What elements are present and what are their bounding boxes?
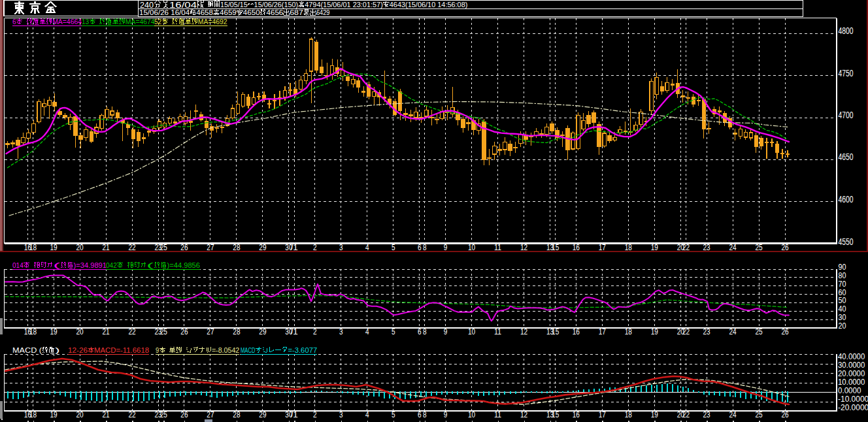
- svg-text:4750: 4750: [839, 68, 854, 78]
- svg-text:15/05/15: 15/05/15: [220, 1, 248, 8]
- svg-text:24: 24: [729, 410, 737, 419]
- svg-text:20: 20: [76, 327, 84, 336]
- svg-text:15: 15: [552, 327, 559, 336]
- svg-text:4650: 4650: [839, 152, 854, 162]
- svg-text:25: 25: [756, 410, 763, 419]
- svg-text:18: 18: [29, 243, 37, 252]
- svg-text:20: 20: [839, 321, 846, 331]
- svg-text:20: 20: [76, 410, 84, 419]
- svg-text:21: 21: [103, 243, 110, 252]
- svg-text:26: 26: [782, 327, 789, 336]
- svg-text:25: 25: [756, 327, 763, 336]
- svg-text:4643(15/06/10 14:56:08): 4643(15/06/10 14:56:08): [390, 1, 468, 8]
- svg-text:18: 18: [625, 410, 632, 419]
- svg-text:12-26: 12-26: [68, 346, 88, 354]
- svg-text:MA=4664: MA=4664: [52, 18, 82, 25]
- svg-text:10: 10: [468, 327, 475, 336]
- svg-text:16: 16: [573, 327, 580, 336]
- svg-text:19: 19: [50, 327, 58, 336]
- svg-text:26: 26: [180, 327, 188, 336]
- svg-text:17: 17: [599, 410, 606, 419]
- svg-text:23: 23: [703, 243, 710, 252]
- svg-text:6: 6: [418, 327, 422, 336]
- svg-text:(: (: [146, 261, 154, 269]
- svg-text:13: 13: [82, 18, 89, 25]
- svg-text:10: 10: [468, 410, 475, 419]
- svg-text:21: 21: [103, 327, 110, 336]
- svg-text:042: 042: [106, 261, 117, 269]
- svg-text:18: 18: [625, 327, 632, 336]
- svg-text:21: 21: [103, 410, 110, 419]
- svg-text:): ): [55, 346, 60, 354]
- svg-text:(: (: [53, 261, 61, 269]
- svg-text:22: 22: [129, 410, 136, 419]
- svg-text:4650: 4650: [243, 8, 260, 16]
- svg-text:MACD: MACD: [241, 346, 255, 354]
- svg-text:24: 24: [729, 243, 737, 252]
- svg-text:9: 9: [444, 327, 448, 336]
- svg-text:22: 22: [129, 243, 136, 252]
- svg-text:4800: 4800: [839, 25, 854, 36]
- svg-text:MACD (: MACD (: [12, 346, 42, 354]
- svg-text:12: 12: [520, 243, 527, 252]
- svg-text:9: 9: [444, 410, 448, 419]
- svg-text:6: 6: [418, 410, 422, 419]
- svg-text:16: 16: [573, 410, 580, 419]
- svg-text:26: 26: [180, 410, 188, 419]
- svg-text:4: 4: [365, 243, 369, 252]
- svg-text:6: 6: [12, 18, 16, 25]
- svg-text:4658: 4658: [196, 8, 213, 16]
- svg-text:4700: 4700: [839, 110, 854, 120]
- svg-text:2: 2: [313, 327, 317, 336]
- svg-text:52: 52: [154, 18, 161, 25]
- svg-text:25: 25: [160, 243, 167, 252]
- svg-text:MACD=-11.6618: MACD=-11.6618: [94, 346, 149, 354]
- svg-text:12: 12: [520, 410, 527, 419]
- svg-text:014: 014: [12, 261, 24, 269]
- svg-text:/1: /1: [291, 243, 299, 252]
- svg-text:4794(15/06/01 23:01:57): 4794(15/06/01 23:01:57): [305, 1, 383, 8]
- svg-text:6429: 6429: [316, 8, 330, 16]
- svg-text:18: 18: [29, 410, 37, 419]
- svg-text:5: 5: [392, 327, 395, 336]
- svg-text:29: 29: [259, 327, 266, 336]
- svg-text:27: 27: [207, 243, 214, 252]
- svg-text:4656: 4656: [267, 8, 284, 16]
- svg-text:)=44.9856: )=44.9856: [167, 261, 200, 269]
- svg-text:18: 18: [29, 327, 37, 336]
- svg-text:/1: /1: [291, 327, 299, 336]
- svg-text:29: 29: [259, 243, 266, 252]
- svg-text:17: 17: [599, 243, 606, 252]
- svg-text:29: 29: [259, 410, 266, 419]
- svg-text:26: 26: [782, 410, 789, 419]
- svg-text:22: 22: [682, 327, 690, 336]
- svg-text:15/06/26 16/04: 15/06/26 16/04: [139, 8, 190, 16]
- svg-text:22: 22: [129, 327, 136, 336]
- svg-text:19: 19: [651, 243, 658, 252]
- svg-text:5: 5: [392, 410, 395, 419]
- svg-text:11: 11: [494, 327, 501, 336]
- svg-text:11: 11: [494, 410, 501, 419]
- svg-text:8: 8: [423, 327, 427, 336]
- svg-text:9: 9: [444, 243, 448, 252]
- svg-text:27: 27: [207, 410, 214, 419]
- svg-text:22: 22: [682, 243, 690, 252]
- svg-text:9: 9: [156, 346, 159, 354]
- svg-text:25: 25: [756, 243, 763, 252]
- svg-text:12: 12: [520, 327, 527, 336]
- svg-text:19: 19: [651, 327, 658, 336]
- svg-text:17: 17: [599, 327, 606, 336]
- svg-text:6: 6: [418, 243, 422, 252]
- svg-text:-20.0000: -20.0000: [838, 402, 868, 412]
- svg-text:15/06/26(150): 15/06/26(150): [254, 1, 299, 8]
- svg-text:18: 18: [625, 243, 632, 252]
- svg-text:4659: 4659: [220, 8, 237, 16]
- svg-text:MA=4692: MA=4692: [198, 18, 227, 25]
- svg-text:10: 10: [468, 243, 475, 252]
- svg-text:4600: 4600: [839, 194, 854, 204]
- svg-text:MA=4674: MA=4674: [125, 18, 155, 25]
- svg-text:=-8.0542: =-8.0542: [212, 346, 239, 354]
- svg-text:/1: /1: [291, 410, 299, 419]
- svg-text:3: 3: [339, 243, 343, 252]
- svg-text:2: 2: [313, 410, 317, 419]
